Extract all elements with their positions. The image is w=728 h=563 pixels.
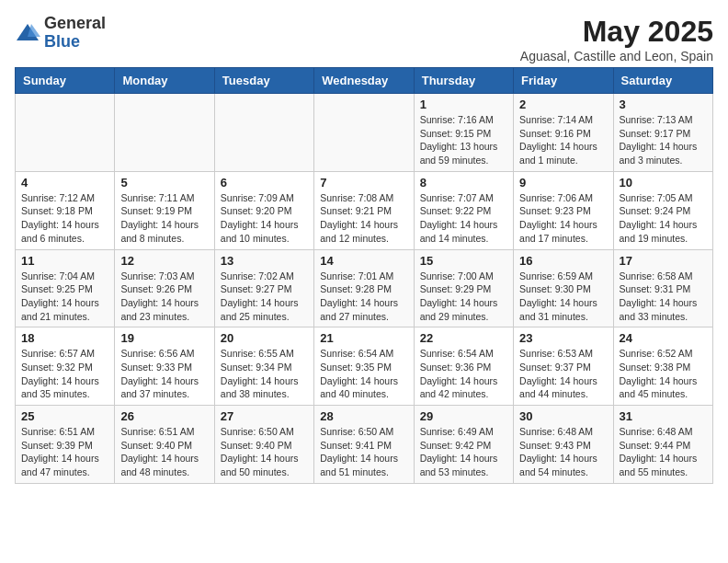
calendar-cell: 22Sunrise: 6:54 AM Sunset: 9:36 PM Dayli… — [414, 327, 513, 406]
day-number: 16 — [519, 254, 607, 268]
calendar-cell: 21Sunrise: 6:54 AM Sunset: 9:35 PM Dayli… — [314, 327, 414, 406]
calendar-body: 1Sunrise: 7:16 AM Sunset: 9:15 PM Daylig… — [16, 94, 713, 484]
day-detail: Sunrise: 7:04 AM Sunset: 9:25 PM Dayligh… — [21, 270, 108, 324]
main-title: May 2025 — [520, 15, 713, 49]
logo-general: General — [44, 15, 106, 33]
day-number: 3 — [620, 98, 707, 111]
day-detail: Sunrise: 7:11 AM Sunset: 9:19 PM Dayligh… — [120, 191, 208, 246]
calendar-cell: 29Sunrise: 6:49 AM Sunset: 9:42 PM Dayli… — [414, 406, 513, 484]
day-detail: Sunrise: 6:59 AM Sunset: 9:30 PM Dayligh… — [519, 270, 607, 324]
day-detail: Sunrise: 7:07 AM Sunset: 9:22 PM Dayligh… — [420, 191, 507, 246]
day-number: 12 — [120, 254, 208, 268]
calendar-week-3: 11Sunrise: 7:04 AM Sunset: 9:25 PM Dayli… — [16, 249, 713, 327]
calendar-cell: 8Sunrise: 7:07 AM Sunset: 9:22 PM Daylig… — [414, 171, 513, 249]
calendar-table: SundayMondayTuesdayWednesdayThursdayFrid… — [15, 67, 713, 484]
day-number: 4 — [21, 176, 108, 190]
day-number: 6 — [221, 176, 308, 190]
day-number: 2 — [519, 98, 607, 111]
calendar-cell — [115, 94, 214, 172]
day-number: 24 — [620, 331, 707, 345]
calendar-cell: 25Sunrise: 6:51 AM Sunset: 9:39 PM Dayli… — [16, 406, 115, 484]
day-detail: Sunrise: 6:55 AM Sunset: 9:34 PM Dayligh… — [221, 347, 308, 401]
weekday-header-saturday: Saturday — [613, 68, 712, 94]
calendar-cell: 9Sunrise: 7:06 AM Sunset: 9:23 PM Daylig… — [514, 171, 613, 249]
calendar-cell: 18Sunrise: 6:57 AM Sunset: 9:32 PM Dayli… — [16, 327, 115, 406]
calendar-cell — [214, 94, 313, 172]
weekday-header-wednesday: Wednesday — [314, 68, 414, 94]
day-detail: Sunrise: 6:54 AM Sunset: 9:35 PM Dayligh… — [320, 347, 407, 401]
day-number: 28 — [320, 409, 407, 423]
day-number: 15 — [420, 254, 507, 268]
day-detail: Sunrise: 7:16 AM Sunset: 9:15 PM Dayligh… — [420, 113, 507, 167]
day-number: 22 — [420, 331, 507, 345]
calendar-cell: 10Sunrise: 7:05 AM Sunset: 9:24 PM Dayli… — [613, 171, 712, 249]
calendar-cell: 23Sunrise: 6:53 AM Sunset: 9:37 PM Dayli… — [514, 327, 613, 406]
calendar-cell: 13Sunrise: 7:02 AM Sunset: 9:27 PM Dayli… — [214, 249, 313, 327]
day-number: 18 — [21, 331, 108, 345]
calendar-cell: 3Sunrise: 7:13 AM Sunset: 9:17 PM Daylig… — [613, 94, 712, 172]
day-detail: Sunrise: 7:08 AM Sunset: 9:21 PM Dayligh… — [320, 191, 407, 246]
calendar-week-5: 25Sunrise: 6:51 AM Sunset: 9:39 PM Dayli… — [16, 406, 713, 484]
day-number: 31 — [620, 409, 707, 423]
day-number: 5 — [120, 176, 208, 190]
day-detail: Sunrise: 6:53 AM Sunset: 9:37 PM Dayligh… — [519, 347, 607, 401]
calendar-cell: 30Sunrise: 6:48 AM Sunset: 9:43 PM Dayli… — [514, 406, 613, 484]
day-detail: Sunrise: 6:52 AM Sunset: 9:38 PM Dayligh… — [620, 347, 707, 401]
day-detail: Sunrise: 6:54 AM Sunset: 9:36 PM Dayligh… — [420, 347, 507, 401]
calendar-cell: 27Sunrise: 6:50 AM Sunset: 9:40 PM Dayli… — [214, 406, 313, 484]
day-number: 26 — [120, 409, 208, 423]
day-detail: Sunrise: 7:06 AM Sunset: 9:23 PM Dayligh… — [519, 191, 607, 246]
weekday-header-row: SundayMondayTuesdayWednesdayThursdayFrid… — [16, 68, 713, 94]
calendar-cell: 16Sunrise: 6:59 AM Sunset: 9:30 PM Dayli… — [514, 249, 613, 327]
calendar-cell: 19Sunrise: 6:56 AM Sunset: 9:33 PM Dayli… — [115, 327, 214, 406]
calendar-cell — [16, 94, 115, 172]
calendar-week-4: 18Sunrise: 6:57 AM Sunset: 9:32 PM Dayli… — [16, 327, 713, 406]
day-number: 7 — [320, 176, 407, 190]
day-detail: Sunrise: 6:50 AM Sunset: 9:40 PM Dayligh… — [221, 425, 308, 479]
day-number: 9 — [519, 176, 607, 190]
day-detail: Sunrise: 6:51 AM Sunset: 9:40 PM Dayligh… — [120, 425, 208, 479]
day-number: 13 — [221, 254, 308, 268]
calendar-cell: 17Sunrise: 6:58 AM Sunset: 9:31 PM Dayli… — [613, 249, 712, 327]
logo-icon — [15, 20, 40, 46]
calendar-cell: 4Sunrise: 7:12 AM Sunset: 9:18 PM Daylig… — [16, 171, 115, 249]
day-detail: Sunrise: 6:49 AM Sunset: 9:42 PM Dayligh… — [420, 425, 507, 479]
day-number: 17 — [620, 254, 707, 268]
day-number: 30 — [519, 409, 607, 423]
day-detail: Sunrise: 7:05 AM Sunset: 9:24 PM Dayligh… — [620, 191, 707, 246]
day-detail: Sunrise: 6:56 AM Sunset: 9:33 PM Dayligh… — [120, 347, 208, 401]
calendar-cell: 24Sunrise: 6:52 AM Sunset: 9:38 PM Dayli… — [613, 327, 712, 406]
calendar-cell: 12Sunrise: 7:03 AM Sunset: 9:26 PM Dayli… — [115, 249, 214, 327]
day-number: 1 — [420, 98, 507, 111]
day-detail: Sunrise: 6:48 AM Sunset: 9:43 PM Dayligh… — [519, 425, 607, 479]
day-detail: Sunrise: 7:09 AM Sunset: 9:20 PM Dayligh… — [221, 191, 308, 246]
day-detail: Sunrise: 7:12 AM Sunset: 9:18 PM Dayligh… — [21, 191, 108, 246]
calendar-cell: 15Sunrise: 7:00 AM Sunset: 9:29 PM Dayli… — [414, 249, 513, 327]
day-number: 10 — [620, 176, 707, 190]
calendar-cell: 20Sunrise: 6:55 AM Sunset: 9:34 PM Dayli… — [214, 327, 313, 406]
day-number: 8 — [420, 176, 507, 190]
calendar-week-2: 4Sunrise: 7:12 AM Sunset: 9:18 PM Daylig… — [16, 171, 713, 249]
calendar-cell: 7Sunrise: 7:08 AM Sunset: 9:21 PM Daylig… — [314, 171, 414, 249]
day-number: 25 — [21, 409, 108, 423]
calendar-cell: 1Sunrise: 7:16 AM Sunset: 9:15 PM Daylig… — [414, 94, 513, 172]
day-detail: Sunrise: 6:57 AM Sunset: 9:32 PM Dayligh… — [21, 347, 108, 401]
calendar-cell: 11Sunrise: 7:04 AM Sunset: 9:25 PM Dayli… — [16, 249, 115, 327]
day-detail: Sunrise: 7:03 AM Sunset: 9:26 PM Dayligh… — [120, 270, 208, 324]
calendar-header: SundayMondayTuesdayWednesdayThursdayFrid… — [16, 68, 713, 94]
calendar-cell: 5Sunrise: 7:11 AM Sunset: 9:19 PM Daylig… — [115, 171, 214, 249]
day-detail: Sunrise: 7:01 AM Sunset: 9:28 PM Dayligh… — [320, 270, 407, 324]
svg-marker-1 — [28, 24, 40, 37]
day-number: 23 — [519, 331, 607, 345]
day-number: 11 — [21, 254, 108, 268]
logo-blue: Blue — [44, 33, 106, 52]
calendar-cell: 14Sunrise: 7:01 AM Sunset: 9:28 PM Dayli… — [314, 249, 414, 327]
subtitle: Aguasal, Castille and Leon, Spain — [520, 49, 713, 63]
day-number: 21 — [320, 331, 407, 345]
day-number: 29 — [420, 409, 507, 423]
day-detail: Sunrise: 6:50 AM Sunset: 9:41 PM Dayligh… — [320, 425, 407, 479]
day-detail: Sunrise: 7:02 AM Sunset: 9:27 PM Dayligh… — [221, 270, 308, 324]
calendar-cell: 2Sunrise: 7:14 AM Sunset: 9:16 PM Daylig… — [514, 94, 613, 172]
day-number: 14 — [320, 254, 407, 268]
weekday-header-friday: Friday — [514, 68, 613, 94]
